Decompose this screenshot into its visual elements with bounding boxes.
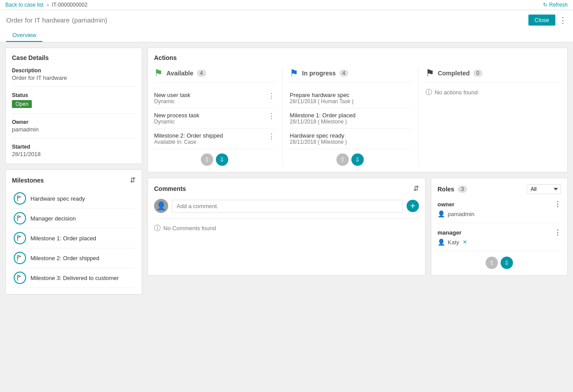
- completed-header: ⚑ Completed 0: [426, 67, 561, 83]
- milestone-flag-icon: [14, 212, 26, 224]
- actions-columns: ⚑ Available 4 New user task Dynamic ⋮ N: [154, 67, 561, 166]
- action-item-info: New user task Dynamic: [154, 92, 265, 105]
- action-item-info: Prepare hardware spec 28/11/2018 ( Human…: [290, 92, 411, 105]
- roles-nav-up[interactable]: ⇧: [486, 257, 498, 269]
- left-column: Case Details Description Order for IT ha…: [5, 48, 142, 295]
- action-item-sub: Dynamic: [154, 119, 265, 125]
- available-nav-down[interactable]: ⇩: [216, 153, 228, 166]
- list-item: Milestone 2: Order shipped: [12, 248, 136, 268]
- comments-title: Comments: [154, 185, 186, 192]
- info-icon: ⓘ: [154, 224, 161, 232]
- owner-value: pamadmin: [12, 126, 136, 133]
- role-user-name: Katy: [448, 239, 459, 246]
- role-user: 👤 Katy ✕: [437, 239, 561, 246]
- inprogress-title: In progress: [302, 70, 336, 77]
- no-comments-message: ⓘ No Comments found: [154, 224, 419, 232]
- actions-title: Actions: [154, 54, 561, 61]
- tab-overview[interactable]: Overview: [6, 29, 42, 42]
- inprogress-header: ⚑ In progress 4: [290, 67, 411, 83]
- available-column: ⚑ Available 4 New user task Dynamic ⋮ N: [154, 67, 283, 166]
- available-title: Available: [166, 70, 193, 77]
- role-name: owner ⋮: [437, 200, 561, 209]
- role-name: manager ⋮: [437, 228, 561, 237]
- roles-filter[interactable]: All Owner Manager: [527, 184, 561, 194]
- description-label: Description: [12, 67, 136, 74]
- action-kebab-icon[interactable]: ⋮: [265, 112, 275, 120]
- action-item-sub: 28/11/2018 ( Milestone ): [290, 139, 411, 145]
- available-flag-icon: ⚑: [154, 67, 163, 79]
- no-actions-message: ⓘ No actions found: [426, 88, 561, 97]
- add-comment-button[interactable]: +: [407, 200, 419, 212]
- remove-user-button[interactable]: ✕: [463, 239, 467, 245]
- action-item-sub: Available in: Case: [154, 139, 265, 145]
- top-right-actions: ↻ Refresh: [543, 2, 568, 8]
- roles-count: 3: [458, 186, 467, 193]
- milestone-label: Manager decision: [30, 215, 76, 222]
- action-item-info: Milestone 2: Order shipped Available in:…: [154, 132, 265, 145]
- started-value: 28/11/2018: [12, 151, 136, 157]
- comment-input-row: 👤 +: [154, 199, 419, 213]
- breadcrumb-separator: »: [46, 2, 49, 8]
- completed-flag-icon: ⚑: [426, 67, 434, 79]
- info-icon: ⓘ: [426, 88, 432, 97]
- close-button[interactable]: Close: [528, 15, 555, 26]
- refresh-button[interactable]: ↻ Refresh: [543, 2, 568, 8]
- action-item: New user task Dynamic ⋮: [154, 88, 275, 108]
- action-item-name: New process task: [154, 112, 265, 119]
- list-item: Milestone 3: Delivered to customer: [12, 268, 136, 288]
- action-kebab-icon[interactable]: ⋮: [265, 132, 275, 141]
- comment-input[interactable]: [172, 200, 403, 213]
- back-to-case-list-link[interactable]: Back to case list: [5, 2, 44, 8]
- action-item-info: Hardware spec ready 28/11/2018 ( Milesto…: [290, 132, 411, 145]
- available-nav-up[interactable]: ⇧: [201, 153, 213, 166]
- milestone-label: Milestone 3: Delivered to customer: [30, 275, 119, 281]
- roles-title-row: Roles 3: [437, 186, 467, 193]
- inprogress-nav: ⇧ ⇩: [290, 153, 411, 166]
- action-item: Milestone 2: Order shipped Available in:…: [154, 129, 275, 149]
- milestone-flag-icon: [14, 192, 26, 205]
- milestone-flag-icon: [14, 252, 26, 264]
- right-column: Actions ⚑ Available 4 New user task Dyna…: [147, 48, 568, 295]
- milestones-card: Milestones ⇵ Hardware spec ready Manager…: [5, 169, 142, 295]
- action-item-info: Milestone 1: Order placed 28/11/2018 ( M…: [290, 112, 411, 125]
- status-label: Status: [12, 92, 136, 98]
- list-item: Hardware spec ready: [12, 189, 136, 209]
- avatar-icon: 👤: [156, 201, 166, 211]
- header-actions: Close ⋮: [528, 15, 567, 26]
- roles-title: Roles: [437, 186, 454, 193]
- case-details-card: Case Details Description Order for IT ha…: [5, 48, 142, 164]
- breadcrumb: Back to case list » IT-0000000002: [5, 2, 87, 8]
- sort-icon[interactable]: ⇵: [130, 176, 136, 184]
- milestone-label: Hardware spec ready: [30, 195, 85, 202]
- milestones-title: Milestones: [12, 177, 44, 184]
- completed-count: 0: [473, 70, 483, 77]
- available-count: 4: [197, 70, 206, 77]
- action-kebab-icon[interactable]: ⋮: [265, 92, 275, 100]
- action-item-sub: Dynamic: [154, 98, 265, 105]
- inprogress-nav-up[interactable]: ⇧: [336, 153, 349, 166]
- milestone-list: Hardware spec ready Manager decision Mil…: [12, 189, 136, 288]
- comments-header: Comments ⇵: [154, 184, 419, 193]
- actions-card: Actions ⚑ Available 4 New user task Dyna…: [147, 48, 568, 172]
- action-item-name: Hardware spec ready: [290, 132, 411, 139]
- action-item-name: Milestone 1: Order placed: [290, 112, 411, 119]
- breadcrumb-case-id: IT-0000000002: [52, 2, 87, 8]
- roles-nav-down[interactable]: ⇩: [501, 257, 513, 269]
- milestone-flag-icon: [14, 232, 26, 244]
- roles-filter-select[interactable]: All Owner Manager: [527, 184, 561, 194]
- milestones-header: Milestones ⇵: [12, 176, 136, 184]
- no-actions-text: No actions found: [435, 89, 478, 96]
- more-options-icon[interactable]: ⋮: [559, 15, 567, 25]
- role-kebab-icon[interactable]: ⋮: [554, 228, 561, 237]
- completed-column: ⚑ Completed 0 ⓘ No actions found: [426, 67, 561, 166]
- user-icon: 👤: [437, 239, 445, 246]
- owner-label: Owner: [12, 119, 136, 125]
- inprogress-nav-down[interactable]: ⇩: [351, 153, 364, 166]
- role-kebab-icon[interactable]: ⋮: [554, 200, 561, 209]
- role-user: 👤 pamadmin: [437, 210, 561, 217]
- roles-header: Roles 3 All Owner Manager: [437, 184, 561, 194]
- started-label: Started: [12, 144, 136, 150]
- comments-sort-icon[interactable]: ⇵: [413, 184, 419, 193]
- milestone-label: Milestone 1: Order placed: [30, 235, 96, 242]
- available-nav: ⇧ ⇩: [154, 153, 275, 166]
